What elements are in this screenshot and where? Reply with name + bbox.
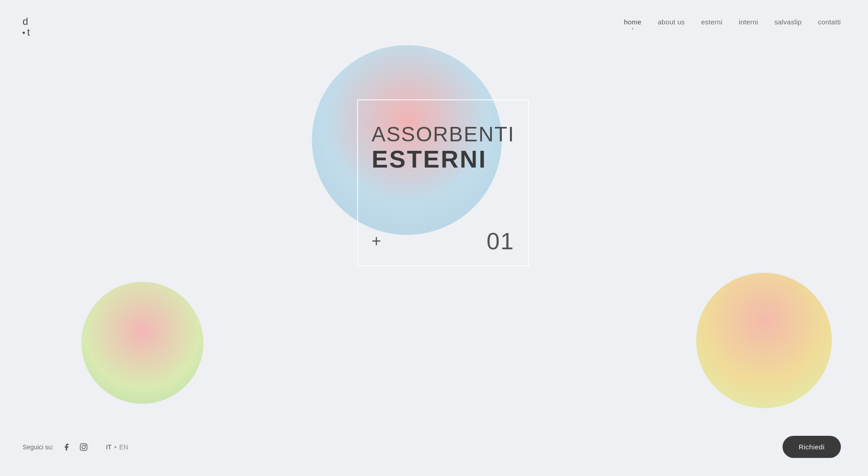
- social-icons: [61, 441, 90, 453]
- svg-rect-0: [80, 443, 87, 450]
- circle-right: [696, 273, 832, 408]
- seguici-label: Seguici su:: [23, 443, 53, 451]
- nav-link-contatti[interactable]: contatti: [818, 18, 841, 26]
- footer-left: Seguici su: IT • EN: [23, 441, 128, 453]
- nav-item-salvaslip[interactable]: salvaslip: [774, 18, 802, 26]
- nav-item-about[interactable]: about us: [658, 18, 685, 26]
- facebook-icon[interactable]: [61, 441, 72, 453]
- nav-link-interni[interactable]: interni: [739, 18, 758, 26]
- svg-point-1: [82, 445, 86, 449]
- nav-item-esterni[interactable]: esterni: [701, 18, 722, 26]
- hero-plus-button[interactable]: +: [372, 233, 381, 249]
- richiedi-button[interactable]: Richiedi: [783, 436, 841, 458]
- nav-item-home[interactable]: home: [624, 18, 642, 31]
- lang-separator: •: [114, 443, 117, 451]
- circle-left: [81, 282, 203, 404]
- hero-text-box: ASSORBENTI ESTERNI + 01: [357, 99, 529, 266]
- language-switch: IT • EN: [106, 443, 128, 451]
- nav-link-salvaslip[interactable]: salvaslip: [774, 18, 802, 26]
- logo-dot-t: t: [23, 27, 30, 38]
- nav-item-contatti[interactable]: contatti: [818, 18, 841, 26]
- instagram-icon[interactable]: [78, 441, 90, 453]
- logo-t: t: [27, 27, 30, 38]
- hero-title-line2: ESTERNI: [372, 146, 514, 173]
- logo[interactable]: d t: [23, 16, 30, 38]
- lang-it[interactable]: IT: [106, 443, 111, 451]
- lang-en[interactable]: EN: [119, 443, 128, 451]
- logo-letter-d: d: [23, 16, 30, 27]
- navigation: d t home about us esterni interni salvas…: [0, 0, 868, 38]
- svg-point-2: [85, 444, 86, 445]
- hero-title: ASSORBENTI ESTERNI: [372, 123, 514, 173]
- hero-title-line1: ASSORBENTI: [372, 123, 514, 146]
- hero-slide-number: 01: [486, 229, 514, 253]
- nav-link-about[interactable]: about us: [658, 18, 685, 26]
- nav-item-interni[interactable]: interni: [739, 18, 758, 26]
- nav-link-esterni[interactable]: esterni: [701, 18, 722, 26]
- logo-dot-icon: [23, 32, 25, 34]
- hero-box-bottom: + 01: [372, 225, 514, 253]
- footer: Seguici su: IT • EN Richiedi: [0, 436, 868, 476]
- nav-link-home[interactable]: home: [624, 18, 642, 26]
- nav-links: home about us esterni interni salvaslip …: [624, 16, 841, 31]
